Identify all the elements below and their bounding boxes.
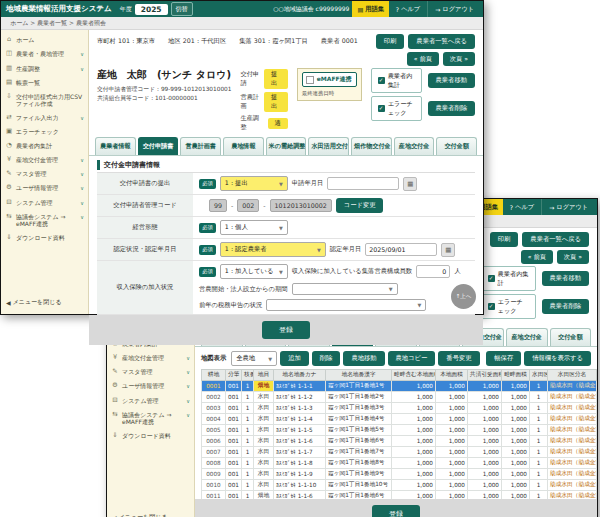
insured-member-count-input[interactable]: 0: [416, 265, 450, 278]
cell-kubun[interactable]: 1: [530, 447, 548, 458]
cell-kanji[interactable]: 霞ヶ関1丁目1番地9号: [326, 469, 392, 480]
col-header-分筆[interactable]: 分筆: [226, 370, 242, 381]
register-button[interactable]: 登録: [262, 321, 310, 339]
cell-no[interactable]: 0010: [202, 480, 226, 491]
cell-kname[interactable]: 助成水田（助成金交付…: [548, 480, 597, 491]
table-row[interactable]: 00090011水田ｶｽﾐｶﾞｾｷ 1-1-9霞ヶ関1丁目1番地9号1,0001…: [202, 469, 597, 480]
cell-chimoku[interactable]: 水田: [254, 392, 274, 403]
cell-a1[interactable]: 1,000: [392, 469, 436, 480]
cell-eda[interactable]: 1: [242, 491, 254, 500]
sidebar-item-council-emaff[interactable]: ⇆協議会システム ⇒ eMAFF連携∨: [107, 408, 194, 429]
cell-chimoku[interactable]: 畑地: [254, 491, 274, 500]
cell-kanji[interactable]: 霞ヶ関1丁目1番地1号: [326, 381, 392, 392]
cell-chimoku[interactable]: 水田: [254, 447, 274, 458]
cell-eda[interactable]: 1: [242, 425, 254, 436]
cell-no[interactable]: 0008: [202, 458, 226, 469]
cell-a3[interactable]: 1,000: [468, 425, 502, 436]
cell-chimoku[interactable]: 水田: [254, 403, 274, 414]
sidebar-item-download-docs[interactable]: ⇓ダウンロード資料: [1, 230, 88, 244]
sidebar-item-report-list[interactable]: ▤帳票一覧: [1, 76, 88, 90]
land-copy-button[interactable]: 農地コピー: [388, 351, 436, 366]
cell-chimoku[interactable]: 水田: [254, 425, 274, 436]
cell-kname[interactable]: 助成水田（助成金交付…: [548, 425, 597, 436]
cell-a3[interactable]: 1,000: [468, 491, 502, 500]
cell-no[interactable]: 0004: [202, 414, 226, 425]
prev-page-button[interactable]: « 前頁: [407, 52, 439, 66]
logout-button[interactable]: →ログアウト: [545, 203, 592, 212]
farmer-move-button[interactable]: 農業者移動: [428, 73, 475, 88]
cell-kubun[interactable]: 1: [530, 491, 548, 500]
cell-kname[interactable]: 助成水田（助成金交付…: [548, 414, 597, 425]
cell-bun[interactable]: 001: [226, 480, 242, 491]
cell-a4[interactable]: 1,000: [502, 480, 530, 491]
cell-a1[interactable]: 1,000: [392, 381, 436, 392]
cell-chimoku[interactable]: 畑地: [254, 381, 274, 392]
cell-kana[interactable]: ｶｽﾐｶﾞｾｷ 1-1-6: [274, 491, 326, 500]
tab-交付金額[interactable]: 交付金額: [436, 137, 477, 155]
sidebar-item-master-mgmt[interactable]: ✎マスタ管理∨: [1, 167, 88, 181]
tab-交付金額[interactable]: 交付金額: [550, 328, 592, 346]
cell-bun[interactable]: 001: [226, 436, 242, 447]
sidebar-item-home[interactable]: ⌂ホーム: [1, 33, 88, 47]
next-page-button[interactable]: 次頁 »: [557, 250, 589, 264]
aggregate-checkbox[interactable]: ✓農業者内集計: [481, 266, 536, 291]
code-change-button[interactable]: コード変更: [336, 198, 384, 213]
cell-kname[interactable]: 助成水田（助成金交付…: [548, 491, 597, 500]
cell-kana[interactable]: ｶｽﾐｶﾞｾｷ 1-1-2: [274, 392, 326, 403]
sidebar-item-system-mgmt[interactable]: ⊟システム管理∨: [1, 195, 88, 209]
col-header-地目[interactable]: 地目: [254, 370, 274, 381]
table-row[interactable]: 00070011水田ｶｽﾐｶﾞｾｷ 1-1-7霞ヶ関1丁目1番地7号1,0001…: [202, 447, 597, 458]
cell-kana[interactable]: ｶｽﾐｶﾞｾｷ 1-1-1: [274, 381, 326, 392]
cell-a4[interactable]: 1,000: [502, 436, 530, 447]
add-button[interactable]: 追加: [280, 351, 309, 366]
cell-a4[interactable]: 1,000: [502, 392, 530, 403]
cell-eda[interactable]: 1: [242, 436, 254, 447]
cell-kubun[interactable]: 1: [530, 414, 548, 425]
cell-kname[interactable]: 助成水田（助成金交付…: [548, 458, 597, 469]
logout-button[interactable]: →ログアウト: [431, 5, 478, 14]
cell-no[interactable]: 0005: [202, 425, 226, 436]
cell-chimoku[interactable]: 水田: [254, 480, 274, 491]
cell-kana[interactable]: ｶｽﾐｶﾞｾｷ 1-1-4: [274, 414, 326, 425]
close-menu-button[interactable]: ◀メニューを閉じる: [6, 298, 61, 307]
sidebar-item-error-check[interactable]: ▣エラーチェック: [1, 125, 88, 139]
cell-a1[interactable]: 1,000: [392, 392, 436, 403]
cell-bun[interactable]: 001: [226, 458, 242, 469]
col-header-本地面積[interactable]: 本地面積: [436, 370, 468, 381]
emaff-link-button[interactable]: eMAFF連携: [302, 72, 357, 87]
sidebar-item-sanchi-subsidy-mgmt[interactable]: ¥産地交付金管理∨: [107, 351, 194, 365]
cell-kname[interactable]: 助成水田（助成金交付…: [548, 469, 597, 480]
cell-kubun[interactable]: 1: [530, 381, 548, 392]
error-check-checkbox[interactable]: ✓エラーチェック: [481, 294, 536, 319]
cell-a3[interactable]: 1,000: [468, 381, 502, 392]
cell-kana[interactable]: ｶｽﾐｶﾞｾｷ 1-1-9: [274, 469, 326, 480]
cell-a3[interactable]: 1,000: [468, 447, 502, 458]
tab-交付申請書[interactable]: 交付申請書: [138, 137, 179, 155]
close-menu-button[interactable]: ◀メニューを閉じる: [112, 513, 167, 517]
cell-a2[interactable]: 1,000: [436, 425, 468, 436]
cell-kname[interactable]: 助成水田（助成金交付…: [548, 381, 597, 392]
cell-eda[interactable]: 1: [242, 458, 254, 469]
cell-kubun[interactable]: 1: [530, 458, 548, 469]
cell-no[interactable]: 0003: [202, 403, 226, 414]
table-row[interactable]: 00110011畑地ｶｽﾐｶﾞｾｷ 1-1-6霞ヶ関1丁目1番地6号1,0001…: [202, 491, 597, 500]
table-row[interactable]: 00020011水田ｶｽﾐｶﾞｾｷ 1-1-2霞ヶ関1丁目1番地2号1,0001…: [202, 392, 597, 403]
tax-filing-select[interactable]: ▼: [266, 299, 426, 311]
table-row[interactable]: 00100011水田ｶｽﾐｶﾞｾｷ 1-1-10霞ヶ関1丁目1番地10号1,00…: [202, 480, 597, 491]
cell-chimoku[interactable]: 水田: [254, 436, 274, 447]
sidebar-item-master-mgmt[interactable]: ✎マスタ管理∨: [107, 365, 194, 379]
calendar-icon[interactable]: ▦: [403, 177, 417, 191]
cell-a1[interactable]: 1,000: [392, 480, 436, 491]
cell-no[interactable]: 0011: [202, 491, 226, 500]
cell-kana[interactable]: ｶｽﾐｶﾞｾｷ 1-1-5: [274, 425, 326, 436]
glossary-button[interactable]: ▤用語集: [352, 1, 388, 17]
cell-kanji[interactable]: 霞ヶ関1丁目1番地4号: [326, 414, 392, 425]
cell-a2[interactable]: 1,000: [436, 392, 468, 403]
cell-a4[interactable]: 1,000: [502, 491, 530, 500]
next-page-button[interactable]: 次頁 »: [443, 52, 475, 66]
application-date-input[interactable]: [327, 177, 399, 190]
cell-chimoku[interactable]: 水田: [254, 458, 274, 469]
cell-a4[interactable]: 1,000: [502, 469, 530, 480]
cell-chimoku[interactable]: 水田: [254, 414, 274, 425]
cell-eda[interactable]: 1: [242, 414, 254, 425]
